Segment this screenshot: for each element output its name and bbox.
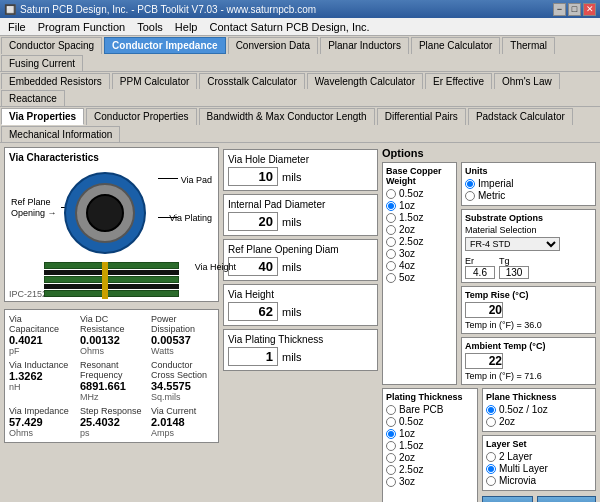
substrate-title: Substrate Options	[465, 213, 592, 223]
tab-conductor-spacing[interactable]: Conductor Spacing	[1, 37, 102, 54]
via-plating-input[interactable]	[228, 347, 278, 366]
maximize-button[interactable]: □	[568, 3, 581, 16]
copper-1oz[interactable]: 1oz	[386, 200, 453, 211]
ref-plane-input-panel: Ref Plane Opening Diam mils	[223, 239, 378, 281]
via-hole-unit: mils	[282, 171, 302, 183]
layer-multilayer[interactable]: Multi Layer	[486, 463, 592, 474]
plating-bare[interactable]: Bare PCB	[386, 404, 474, 415]
via-pad-label: Via Pad	[181, 175, 212, 185]
plane-thickness-panel: Plane Thickness 0.5oz / 1oz 2oz	[482, 388, 596, 432]
tg-section: Tg	[499, 254, 529, 279]
tab-mechanical-information[interactable]: Mechanical Information	[1, 126, 120, 142]
plane-thickness-label: Plane Thickness	[486, 392, 592, 402]
menu-contact[interactable]: Contact Saturn PCB Design, Inc.	[203, 20, 375, 34]
result-step-response: Step Response 25.4032 ps	[80, 406, 143, 438]
via-pad-arrow	[158, 178, 178, 179]
material-selection-dropdown[interactable]: FR-4 STD	[465, 237, 560, 251]
tab-embedded-resistors[interactable]: Embedded Resistors	[1, 73, 110, 89]
er-section: Er	[465, 254, 495, 279]
units-metric[interactable]: Metric	[465, 190, 592, 201]
copper-4oz[interactable]: 4oz	[386, 260, 453, 271]
tab-wavelength-calculator[interactable]: Wavelength Calculator	[307, 73, 423, 89]
tg-input[interactable]	[499, 266, 529, 279]
via-plating-unit: mils	[282, 351, 302, 363]
close-button[interactable]: ✕	[583, 3, 596, 16]
material-selection-label: Material Selection	[465, 225, 592, 235]
tab-via-properties[interactable]: Via Properties	[1, 108, 84, 125]
tab-er-effective[interactable]: Er Effective	[425, 73, 492, 89]
tab-row-2: Embedded Resistors PPM Calculator Crosst…	[0, 72, 600, 107]
title-bar-left: 🔲 Saturn PCB Design, Inc. - PCB Toolkit …	[4, 4, 316, 15]
plating-thickness-panel: Plating Thickness Bare PCB 0.5oz 1oz 1.5…	[382, 388, 478, 502]
ref-plane-opening-unit: mils	[282, 261, 302, 273]
tab-conversion-data[interactable]: Conversion Data	[228, 37, 318, 54]
plane-2oz[interactable]: 2oz	[486, 416, 592, 427]
via-plating-label-field: Via Plating Thickness	[228, 334, 373, 345]
ref-plane-label: Ref Plane Opening →	[11, 197, 57, 219]
copper-5oz[interactable]: 5oz	[386, 272, 453, 283]
tab-fusing-current[interactable]: Fusing Current	[1, 55, 83, 71]
er-input[interactable]	[465, 266, 495, 279]
tab-crosstalk-calculator[interactable]: Crosstalk Calculator	[199, 73, 304, 89]
tab-plane-calculator[interactable]: Plane Calculator	[411, 37, 500, 54]
copper-2.5oz[interactable]: 2.5oz	[386, 236, 453, 247]
plane-0.5-1oz[interactable]: 0.5oz / 1oz	[486, 404, 592, 415]
menu-file[interactable]: File	[2, 20, 32, 34]
via-height-input[interactable]	[228, 302, 278, 321]
units-imperial[interactable]: Imperial	[465, 178, 592, 189]
tab-row-1: Conductor Spacing Conductor Impedance Co…	[0, 36, 600, 72]
tg-label: Tg	[499, 256, 510, 266]
result-via-impedance: Via Impedance 57.429 Ohms	[9, 406, 72, 438]
print-button[interactable]: Print	[482, 496, 533, 502]
solve-button[interactable]: Solve!	[537, 496, 596, 502]
copper-1.5oz[interactable]: 1.5oz	[386, 212, 453, 223]
via-conductor	[102, 262, 108, 299]
tab-reactance[interactable]: Reactance	[1, 90, 65, 106]
via-height-input-panel: Via Height mils	[223, 284, 378, 326]
layer-microvia[interactable]: Microvia	[486, 475, 592, 486]
result-via-capacitance: Via Capacitance 0.4021 pF	[9, 314, 72, 356]
via-characteristics-panel: Via Characteristics Ref Plane Opening → …	[4, 147, 219, 302]
minimize-button[interactable]: −	[553, 3, 566, 16]
tab-conductor-properties[interactable]: Conductor Properties	[86, 108, 197, 125]
tab-thermal[interactable]: Thermal	[502, 37, 555, 54]
tab-ppm-calculator[interactable]: PPM Calculator	[112, 73, 197, 89]
ambient-temp-note: Temp in (°F) = 71.6	[465, 371, 592, 381]
tab-padstack-calculator[interactable]: Padstack Calculator	[468, 108, 573, 125]
internal-pad-input[interactable]	[228, 212, 278, 231]
internal-pad-label: Internal Pad Diameter	[228, 199, 373, 210]
results-panel: Via Capacitance 0.4021 pF Via DC Resista…	[4, 309, 219, 443]
via-hole-input[interactable]	[228, 167, 278, 186]
plating-1oz[interactable]: 1oz	[386, 428, 474, 439]
menu-help[interactable]: Help	[169, 20, 204, 34]
menu-program-function[interactable]: Program Function	[32, 20, 131, 34]
tab-planar-inductors[interactable]: Planar Inductors	[320, 37, 409, 54]
layer-set-panel: Layer Set 2 Layer Multi Layer Microvia	[482, 435, 596, 491]
via-plating-arrow	[158, 217, 178, 218]
title-bar: 🔲 Saturn PCB Design, Inc. - PCB Toolkit …	[0, 0, 600, 18]
plating-2oz[interactable]: 2oz	[386, 452, 474, 463]
ambient-temp-input[interactable]	[465, 353, 503, 369]
menu-tools[interactable]: Tools	[131, 20, 169, 34]
via-hole-label: Via Hole Diameter	[228, 154, 373, 165]
copper-0.5oz[interactable]: 0.5oz	[386, 188, 453, 199]
window-controls: − □ ✕	[553, 3, 596, 16]
copper-2oz[interactable]: 2oz	[386, 224, 453, 235]
tab-ohms-law[interactable]: Ohm's Law	[494, 73, 560, 89]
layer-set-label: Layer Set	[486, 439, 592, 449]
via-height-label-field: Via Height	[228, 289, 373, 300]
result-resonant-frequency: Resonant Frequency 6891.661 MHz	[80, 360, 143, 402]
tab-conductor-impedance[interactable]: Conductor Impedance	[104, 37, 226, 54]
layer-2layer[interactable]: 2 Layer	[486, 451, 592, 462]
plating-0.5oz[interactable]: 0.5oz	[386, 416, 474, 427]
temp-rise-input[interactable]	[465, 302, 503, 318]
plating-2.5oz[interactable]: 2.5oz	[386, 464, 474, 475]
via-plating-input-panel: Via Plating Thickness mils	[223, 329, 378, 371]
tab-differential-pairs[interactable]: Differential Pairs	[377, 108, 466, 125]
tab-bandwidth-max[interactable]: Bandwidth & Max Conductor Length	[199, 108, 375, 125]
units-label: Units	[465, 166, 592, 176]
pcb-layers: Via Height	[44, 262, 179, 297]
plating-3oz[interactable]: 3oz	[386, 476, 474, 487]
plating-1.5oz[interactable]: 1.5oz	[386, 440, 474, 451]
copper-3oz[interactable]: 3oz	[386, 248, 453, 259]
